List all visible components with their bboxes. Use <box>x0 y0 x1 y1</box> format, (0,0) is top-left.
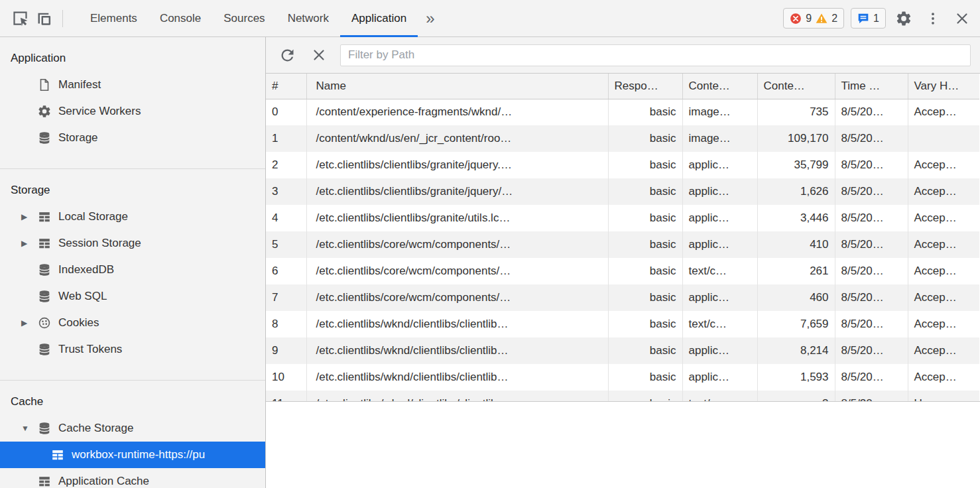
table-icon <box>37 210 52 224</box>
table-icon <box>37 236 52 251</box>
tab-label: Application <box>351 12 406 25</box>
sidebar-item-manifest[interactable]: Manifest <box>0 72 265 98</box>
cache-entry-row[interactable]: 8/etc.clientlibs/wknd/clientlibs/clientl… <box>266 311 979 337</box>
cell-vary_header: Accep… <box>908 231 979 258</box>
clear-icon <box>310 46 328 64</box>
cell-content_length: 8,214 <box>757 337 835 364</box>
console-errors-warnings-badge[interactable]: 9 2 <box>783 8 844 29</box>
tab-sources[interactable]: Sources <box>212 0 276 37</box>
error-icon <box>790 13 802 25</box>
manifest-icon <box>37 78 52 92</box>
cell-content_type: applic… <box>682 337 757 364</box>
cell-response_type: basic <box>608 364 682 391</box>
cache-entry-row[interactable]: 1/content/wknd/us/en/_jcr_content/roo…ba… <box>266 125 979 152</box>
cache-entry-row[interactable]: 5/etc.clientlibs/core/wcm/components/…ba… <box>266 231 979 258</box>
cache-entries-table[interactable]: #NameRespo…Conte…Conte…Time …Vary H… 0/c… <box>266 74 980 402</box>
inspect-element-button[interactable] <box>8 7 32 30</box>
cell-content_length: 261 <box>757 258 835 284</box>
tab-application[interactable]: Application <box>340 0 418 37</box>
refresh-icon <box>278 46 296 64</box>
cache-entry-row[interactable]: 7/etc.clientlibs/core/wcm/components/…ba… <box>266 284 979 311</box>
cell-content_type: text/c… <box>682 391 757 402</box>
sidebar-item-session-storage[interactable]: ▶ Session Storage <box>0 230 265 257</box>
expander-collapsed-icon[interactable]: ▶ <box>11 310 37 336</box>
sidebar-item-storage[interactable]: Storage <box>0 125 265 151</box>
cell-content_type: text/c… <box>682 258 757 284</box>
cell-content_length: 7,659 <box>757 311 835 337</box>
cell-time_cached: 8/5/20… <box>835 311 908 337</box>
cell-name: /etc.clientlibs/clientlibs/granite/jquer… <box>306 152 608 178</box>
filter-input[interactable] <box>340 44 971 66</box>
expander-expanded-icon[interactable]: ▼ <box>11 415 37 442</box>
sidebar-item-local-storage[interactable]: ▶ Local Storage <box>0 204 265 230</box>
settings-button[interactable] <box>892 7 915 30</box>
more-options-button[interactable] <box>922 7 944 30</box>
sidebar-item-workbox-runtime-https-pu[interactable]: workbox-runtime-https://pu <box>0 442 265 468</box>
column-header-name[interactable]: Name <box>306 74 608 99</box>
cell-time_cached: 8/5/20… <box>835 391 908 402</box>
expander-collapsed-icon[interactable]: ▶ <box>11 204 37 230</box>
cell-response_type: basic <box>608 258 682 284</box>
cell-name: /etc.clientlibs/core/wcm/components/… <box>306 258 608 284</box>
close-devtools-button[interactable] <box>951 7 973 30</box>
warning-count: 2 <box>831 13 837 25</box>
database-icon <box>37 131 52 145</box>
cell-content_type: applic… <box>682 152 757 178</box>
cell-vary_header: Accep… <box>908 178 979 205</box>
cache-entry-row[interactable]: 6/etc.clientlibs/core/wcm/components/…ba… <box>266 258 979 284</box>
cell-name: /content/wknd/us/en/_jcr_content/roo… <box>306 125 608 152</box>
cell-content_type: applic… <box>682 231 757 258</box>
inspect-icon <box>11 9 29 27</box>
tab-elements[interactable]: Elements <box>79 0 149 37</box>
cache-entry-row[interactable]: 0/content/experience-fragments/wknd/…bas… <box>266 99 979 125</box>
preview-pane <box>266 402 980 488</box>
column-header-content_length[interactable]: Conte… <box>757 74 835 99</box>
column-header-vary_header[interactable]: Vary H… <box>908 74 979 99</box>
sidebar-item-web-sql[interactable]: Web SQL <box>0 283 265 310</box>
sidebar-item-label: Storage <box>58 131 98 145</box>
cell-content_type: image… <box>682 125 757 152</box>
sidebar-item-cookies[interactable]: ▶ Cookies <box>0 310 265 336</box>
cache-entry-row[interactable]: 4/etc.clientlibs/clientlibs/granite/util… <box>266 205 979 231</box>
console-messages-badge[interactable]: 1 <box>851 8 886 29</box>
column-header-content_type[interactable]: Conte… <box>682 74 757 99</box>
expander-collapsed-icon[interactable]: ▶ <box>11 230 37 257</box>
cache-entry-row[interactable]: 9/etc.clientlibs/wknd/clientlibs/clientl… <box>266 337 979 364</box>
refresh-button[interactable] <box>276 43 298 67</box>
sidebar-item-label: Local Storage <box>58 210 128 223</box>
toolbar-right-group: 9 2 1 <box>783 7 973 30</box>
cell-response_type: basic <box>608 231 682 258</box>
sidebar-item-trust-tokens[interactable]: Trust Tokens <box>0 336 265 363</box>
cache-entry-row[interactable]: 11/etc.clientlibs/wknd/clientlibs/client… <box>266 391 979 402</box>
delete-selected-button[interactable] <box>308 43 330 67</box>
cell-vary_header: Accep… <box>908 205 979 231</box>
cell-name: /etc.clientlibs/core/wcm/components/… <box>306 284 608 311</box>
cell-num: 6 <box>266 258 306 284</box>
cell-vary_header: Accep… <box>908 284 979 311</box>
sidebar-item-label: Session Storage <box>58 237 141 250</box>
cache-entry-row[interactable]: 3/etc.clientlibs/clientlibs/granite/jque… <box>266 178 979 205</box>
tab-label: Network <box>288 12 329 25</box>
sidebar-item-service-workers[interactable]: Service Workers <box>0 98 265 125</box>
cache-entry-row[interactable]: 2/etc.clientlibs/clientlibs/granite/jque… <box>266 152 979 178</box>
sidebar-item-cache-storage[interactable]: ▼ Cache Storage <box>0 415 265 442</box>
column-header-time_cached[interactable]: Time … <box>835 74 908 99</box>
toggle-device-toolbar-button[interactable] <box>32 7 56 30</box>
sidebar-item-indexeddb[interactable]: IndexedDB <box>0 257 265 283</box>
sidebar-section-storage: Storage ▶ Local Storage ▶ Session Storag… <box>0 169 265 381</box>
cell-time_cached: 8/5/20… <box>835 284 908 311</box>
column-header-num[interactable]: # <box>266 74 306 99</box>
devtools-main-toolbar: Elements Console Sources Network Applica… <box>0 0 980 37</box>
cell-num: 4 <box>266 205 306 231</box>
tab-console[interactable]: Console <box>149 0 212 37</box>
cell-time_cached: 8/5/20… <box>835 125 908 152</box>
column-header-response_type[interactable]: Respo… <box>608 74 682 99</box>
tab-network[interactable]: Network <box>276 0 340 37</box>
error-count: 9 <box>806 13 812 25</box>
cell-name: /etc.clientlibs/wknd/clientlibs/clientli… <box>306 311 608 337</box>
database-icon <box>37 289 52 304</box>
sidebar-item-label: Cache Storage <box>58 422 133 435</box>
cache-entry-row[interactable]: 10/etc.clientlibs/wknd/clientlibs/client… <box>266 364 979 391</box>
sidebar-item-application-cache[interactable]: Application Cache <box>0 468 265 488</box>
more-tabs-button[interactable]: » <box>418 9 442 28</box>
